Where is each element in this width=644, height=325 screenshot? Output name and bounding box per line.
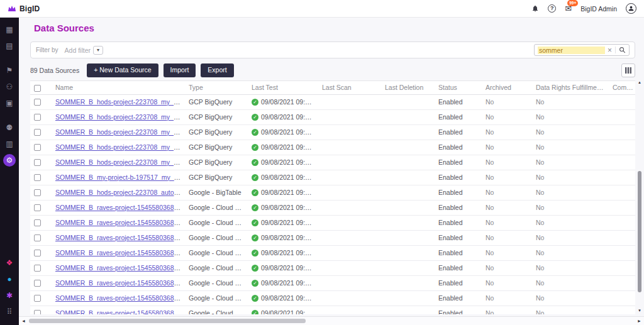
search-box[interactable]: sommer × — [534, 44, 630, 56]
data-rights-cell: No — [532, 140, 609, 155]
avatar[interactable] — [626, 3, 636, 14]
table-row[interactable]: SOMMER_B_raves-project-1545580368647_rav… — [30, 306, 635, 314]
mail-icon[interactable]: ✉ 99+ — [565, 4, 572, 13]
row-checkbox[interactable] — [34, 265, 41, 272]
col-header-type[interactable]: Type — [185, 81, 248, 94]
success-check-icon — [252, 250, 258, 256]
datasource-count: 89 Data Sources — [30, 67, 79, 74]
row-checkbox[interactable] — [34, 310, 41, 314]
row-checkbox[interactable] — [34, 159, 41, 166]
row-checkbox[interactable] — [34, 174, 41, 181]
datasource-link[interactable]: SOMMER_B_raves-project-1545580368647_rav… — [55, 264, 185, 272]
col-header-status[interactable]: Status — [435, 81, 482, 94]
datasource-link[interactable]: SOMMER_B_hods-project-223708_automation — [55, 189, 185, 196]
datasource-link[interactable]: SOMMER_B_raves-project-1545580368647_rav… — [55, 309, 185, 314]
sidebar-item-app-blue-icon[interactable]: ● — [3, 273, 16, 285]
comment-cell — [609, 275, 635, 290]
help-icon[interactable]: ? — [548, 4, 556, 13]
scroll-left-icon[interactable]: ◄ — [21, 319, 26, 323]
horizontal-scroll-thumb[interactable] — [29, 319, 306, 323]
sidebar-item-apps-grid-icon[interactable]: ⠿ — [3, 306, 16, 318]
table-row[interactable]: SOMMER_B_raves-project-1545580368647_hod… — [30, 200, 635, 215]
col-header-comment[interactable]: Commen... — [609, 81, 635, 94]
comment-cell — [609, 140, 635, 155]
col-header-data-rights[interactable]: Data Rights Fulfillment ... — [532, 81, 609, 94]
row-checkbox[interactable] — [34, 114, 41, 121]
notifications-bell-icon[interactable] — [531, 4, 539, 13]
sidebar-item-policies-icon[interactable]: ⚑ — [3, 64, 16, 77]
row-checkbox[interactable] — [34, 204, 41, 211]
datasource-link[interactable]: SOMMER_B_hods-project-223708_my_new_data… — [55, 158, 185, 166]
row-checkbox[interactable] — [34, 219, 41, 226]
table-row[interactable]: SOMMER_B_raves-project-1545580368647_rav… — [30, 275, 635, 290]
new-data-source-button[interactable]: + New Data Source — [87, 63, 158, 77]
row-checkbox[interactable] — [34, 99, 41, 106]
table-row[interactable]: SOMMER_B_my-project-b-197517_my_data GCP… — [30, 170, 635, 185]
table-row[interactable]: SOMMER_B_hods-project-223708_my_new_data… — [30, 124, 635, 140]
row-checkbox[interactable] — [34, 295, 41, 302]
horizontal-scrollbar[interactable]: ◄ ► — [19, 316, 644, 325]
sidebar-item-inventory-icon[interactable]: ▣ — [3, 97, 16, 109]
datasource-link[interactable]: SOMMER_B_my-project-b-197517_my_data — [55, 174, 185, 181]
table-row[interactable]: SOMMER_B_hods-project-223708_automation … — [30, 185, 635, 200]
datasource-link[interactable]: SOMMER_B_raves-project-1545580368647_rav… — [55, 294, 185, 302]
search-icon[interactable] — [615, 47, 626, 53]
sidebar-item-app-pink-icon[interactable]: ❖ — [3, 256, 16, 269]
table-row[interactable]: SOMMER_B_raves-project-1545580368647_rav… — [30, 260, 635, 275]
datasource-link[interactable]: SOMMER_B_hods-project-223708_my_new_data… — [55, 128, 185, 136]
status-cell: Enabled — [435, 260, 482, 275]
datasource-link[interactable]: SOMMER_B_hods-project-223708_my_new_data… — [55, 113, 185, 121]
table-row[interactable]: SOMMER_B_hods-project-223708_my_new_data… — [30, 155, 635, 170]
datasource-link[interactable]: SOMMER_B_hods-project-223708_my_new_data… — [55, 98, 185, 106]
user-name: BigID Admin — [580, 5, 617, 13]
select-all-checkbox[interactable] — [34, 85, 41, 92]
status-cell: Enabled — [435, 109, 482, 124]
datasource-link[interactable]: SOMMER_B_raves-project-1545580368647_hod… — [55, 204, 185, 211]
table-row[interactable]: SOMMER_B_hods-project-223708_my_new_data… — [30, 94, 635, 109]
datasource-link[interactable]: SOMMER_B_raves-project-1545580368647_qa_… — [55, 219, 185, 226]
row-checkbox[interactable] — [34, 129, 41, 136]
col-header-last-deletion[interactable]: Last Deletion — [381, 81, 435, 94]
table-row[interactable]: SOMMER_B_raves-project-1545580368647_rav… — [30, 230, 635, 245]
col-header-name[interactable]: Name — [52, 81, 185, 94]
import-button[interactable]: Import — [164, 63, 196, 77]
search-input[interactable]: sommer — [538, 47, 605, 54]
sidebar-item-tasks-icon[interactable]: ▥ — [3, 138, 16, 150]
sidebar-item-access-icon[interactable]: ⚉ — [3, 121, 16, 134]
export-button[interactable]: Export — [201, 63, 233, 77]
table-row[interactable]: SOMMER_B_raves-project-1545580368647_rav… — [30, 245, 635, 260]
vertical-scrollbar[interactable]: ▲ ▼ — [636, 80, 643, 312]
row-checkbox[interactable] — [34, 250, 41, 256]
sidebar-item-correlation-icon[interactable]: ⚇ — [3, 80, 16, 93]
col-header-last-scan[interactable]: Last Scan — [318, 81, 381, 94]
last-deletion-cell — [381, 170, 435, 185]
datasource-link[interactable]: SOMMER_B_hods-project-223708_my_new_data… — [55, 143, 185, 151]
table-row[interactable]: SOMMER_B_hods-project-223708_my_new_data… — [30, 109, 635, 124]
datasource-link[interactable]: SOMMER_B_raves-project-1545580368647_rav… — [55, 249, 185, 256]
vertical-scroll-thumb[interactable] — [638, 171, 641, 292]
col-header-archived[interactable]: Archived — [482, 81, 532, 94]
row-checkbox[interactable] — [34, 234, 41, 241]
add-filter-dropdown[interactable]: Add filter — [65, 47, 91, 54]
sidebar-item-dashboard-icon[interactable]: ▦ — [3, 23, 16, 36]
page-title: Data Sources — [34, 23, 94, 33]
column-settings-button[interactable] — [621, 63, 635, 77]
scroll-right-icon[interactable]: ► — [637, 319, 641, 323]
col-header-last-test[interactable]: Last Test — [248, 81, 318, 94]
row-checkbox[interactable] — [34, 280, 41, 287]
clear-search-icon[interactable]: × — [608, 47, 612, 54]
row-checkbox[interactable] — [34, 189, 41, 196]
table-row[interactable]: SOMMER_B_raves-project-1545580368647_qa_… — [30, 215, 635, 230]
scroll-up-icon[interactable]: ▲ — [636, 80, 643, 84]
sidebar-item-reports-icon[interactable]: ▤ — [3, 40, 16, 52]
table-row[interactable]: SOMMER_B_hods-project-223708_my_new_data… — [30, 140, 635, 155]
row-checkbox[interactable] — [34, 144, 41, 151]
scroll-down-icon[interactable]: ▼ — [636, 309, 643, 312]
chevron-down-icon[interactable]: ▾ — [93, 46, 103, 55]
sidebar-item-app-purple-icon[interactable]: ✱ — [3, 289, 16, 302]
datasource-link[interactable]: SOMMER_B_raves-project-1545580368647_rav… — [55, 234, 185, 241]
sidebar-item-settings-icon[interactable]: ⚙ — [3, 154, 16, 167]
table-row[interactable]: SOMMER_B_raves-project-1545580368647_rav… — [30, 290, 635, 306]
success-check-icon — [252, 114, 258, 121]
datasource-link[interactable]: SOMMER_B_raves-project-1545580368647_rav… — [55, 279, 185, 287]
